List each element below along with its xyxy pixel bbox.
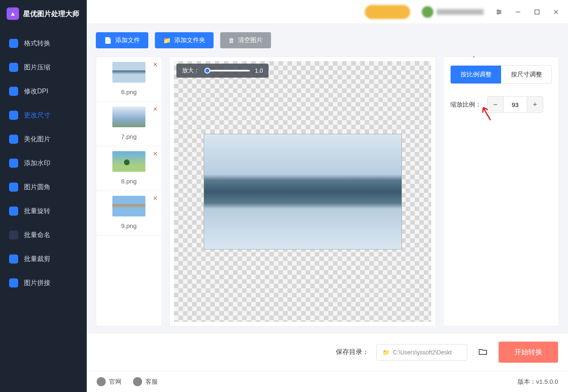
nav-rename[interactable]: 批量命名 xyxy=(0,223,87,247)
main: 📄添加文件 📁添加文件夹 🗑清空图片 ×6.png ×7.png ×8.png … xyxy=(87,0,568,392)
nav-compress[interactable]: 图片压缩 xyxy=(0,55,87,79)
add-folder-button[interactable]: 📁添加文件夹 xyxy=(155,32,214,48)
canvas: 放大： 1.0 xyxy=(169,57,436,326)
file-name: 7.png xyxy=(100,133,158,140)
nav-label: 图片拼接 xyxy=(24,279,50,287)
nav-label: 更改尺寸 xyxy=(24,111,50,120)
nav-label: 修改DPI xyxy=(24,87,48,96)
close-icon[interactable] xyxy=(552,8,560,16)
official-site-link[interactable]: 官网 xyxy=(97,377,121,386)
rename-icon xyxy=(9,230,18,240)
titlebar xyxy=(87,0,568,24)
nav-format-convert[interactable]: 格式转换 xyxy=(0,31,87,55)
zoom-value: 1.0 xyxy=(255,67,263,74)
path-text: C:\Users\yssoft2\Deskt xyxy=(393,349,452,356)
save-label: 保存目录： xyxy=(336,348,369,356)
sidebar: 星优图片处理大师 格式转换 图片压缩 修改DPI 更改尺寸 美化图片 添加水印 … xyxy=(0,0,87,392)
app-title: 星优图片处理大师 xyxy=(23,9,79,19)
file-icon: 📄 xyxy=(104,37,112,44)
globe-icon xyxy=(97,377,106,386)
clear-button[interactable]: 🗑清空图片 xyxy=(220,32,271,48)
trash-icon: 🗑 xyxy=(228,37,235,44)
file-item[interactable]: ×9.png xyxy=(96,191,162,235)
btn-label: 添加文件夹 xyxy=(174,36,205,44)
nav-watermark[interactable]: 添加水印 xyxy=(0,151,87,175)
thumbnail xyxy=(112,151,145,172)
folder-icon: 📁 xyxy=(383,349,390,356)
ratio-field: 缩放比例： − + xyxy=(450,96,552,113)
remove-icon[interactable]: × xyxy=(153,194,157,203)
thumbnail xyxy=(112,62,145,83)
remove-icon[interactable]: × xyxy=(153,105,157,114)
increase-button[interactable]: + xyxy=(527,97,543,112)
nav-crop[interactable]: 批量裁剪 xyxy=(0,247,87,271)
nav-label: 批量旋转 xyxy=(24,207,50,216)
preview-image xyxy=(204,134,402,249)
nav-resize[interactable]: 更改尺寸 xyxy=(0,103,87,127)
svg-rect-7 xyxy=(535,10,539,14)
save-path-input[interactable]: 📁C:\Users\yssoft2\Deskt xyxy=(376,344,467,361)
file-item[interactable]: ×8.png xyxy=(96,146,162,191)
tab-by-size[interactable]: 按尺寸调整 xyxy=(501,66,551,83)
slider-knob[interactable] xyxy=(204,68,210,74)
svg-point-5 xyxy=(497,13,499,14)
user-info[interactable] xyxy=(422,6,484,18)
username xyxy=(437,9,484,15)
minimize-icon[interactable] xyxy=(514,8,522,16)
remove-icon[interactable]: × xyxy=(153,60,157,69)
file-item[interactable]: ×7.png xyxy=(96,102,162,146)
nav-label: 添加水印 xyxy=(24,159,50,168)
save-bar: 保存目录： 📁C:\Users\yssoft2\Deskt 开始转换 xyxy=(87,333,568,371)
add-file-button[interactable]: 📄添加文件 xyxy=(96,32,148,48)
nav-corner[interactable]: 图片圆角 xyxy=(0,175,87,199)
app-brand: 星优图片处理大师 xyxy=(0,0,87,27)
nav-label: 批量裁剪 xyxy=(24,255,50,264)
ratio-stepper: − + xyxy=(487,96,543,113)
stitch-icon xyxy=(9,278,18,287)
zoom-control[interactable]: 放大： 1.0 xyxy=(176,64,269,78)
toolbar: 📄添加文件 📁添加文件夹 🗑清空图片 xyxy=(87,24,568,57)
crop-icon xyxy=(9,254,18,264)
convert-icon xyxy=(9,39,18,48)
svg-point-4 xyxy=(499,11,501,12)
nav-dpi[interactable]: 修改DPI xyxy=(0,79,87,103)
settings-icon[interactable] xyxy=(495,8,503,16)
workspace: ×6.png ×7.png ×8.png ×9.png 放大： 1.0 按比例调 xyxy=(87,57,568,333)
btn-label: 清空图片 xyxy=(238,36,263,44)
compress-icon xyxy=(9,63,18,72)
file-name: 8.png xyxy=(100,178,158,185)
nav-label: 图片压缩 xyxy=(24,63,50,72)
nav-stitch[interactable]: 图片拼接 xyxy=(0,271,87,295)
dpi-icon xyxy=(9,87,18,96)
avatar-icon xyxy=(422,6,433,18)
thumbnail xyxy=(112,196,145,216)
support-link[interactable]: 客服 xyxy=(133,377,158,386)
nav-rotate[interactable]: 批量旋转 xyxy=(0,199,87,223)
file-item[interactable]: ×6.png xyxy=(96,57,162,102)
zoom-slider[interactable] xyxy=(204,70,250,71)
account-badge[interactable] xyxy=(365,5,410,19)
file-name: 6.png xyxy=(100,88,158,95)
btn-label: 添加文件 xyxy=(115,36,140,44)
ratio-input[interactable] xyxy=(503,97,527,112)
start-convert-button[interactable]: 开始转换 xyxy=(499,342,558,363)
zoom-label: 放大： xyxy=(182,67,200,74)
tab-by-ratio[interactable]: 按比例调整 xyxy=(451,66,501,83)
nav-label: 格式转换 xyxy=(24,39,50,48)
remove-icon[interactable]: × xyxy=(153,150,157,158)
resize-icon xyxy=(9,111,18,120)
resize-tabs: 按比例调整 按尺寸调整 xyxy=(450,65,552,84)
file-name: 9.png xyxy=(100,222,158,229)
maximize-icon[interactable] xyxy=(533,8,541,16)
annotation-arrow-icon xyxy=(468,57,480,64)
file-list: ×6.png ×7.png ×8.png ×9.png xyxy=(96,57,162,326)
nav-beautify[interactable]: 美化图片 xyxy=(0,127,87,151)
beautify-icon xyxy=(9,135,18,144)
checkerboard xyxy=(174,61,431,322)
nav-label: 美化图片 xyxy=(24,135,50,144)
svg-point-3 xyxy=(497,10,499,11)
nav: 格式转换 图片压缩 修改DPI 更改尺寸 美化图片 添加水印 图片圆角 批量旋转… xyxy=(0,27,87,392)
folder-icon: 📁 xyxy=(163,37,171,44)
browse-folder-button[interactable] xyxy=(475,343,491,361)
link-label: 官网 xyxy=(109,378,121,386)
